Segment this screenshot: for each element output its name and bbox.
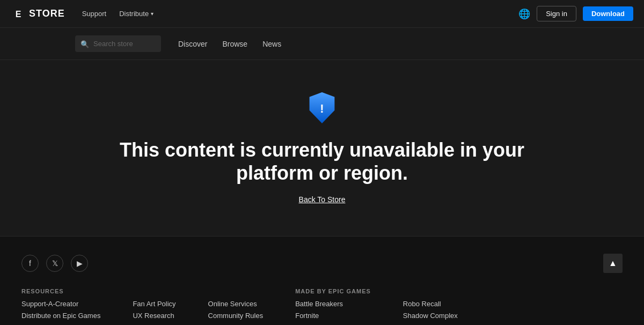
- epic-games-icon: E: [11, 6, 26, 21]
- tab-browse[interactable]: Browse: [222, 38, 247, 50]
- youtube-button[interactable]: ▶: [71, 255, 88, 272]
- footer-links-row: Resources Support-A-Creator Distribute o…: [21, 288, 623, 325]
- search-icon: 🔍: [80, 40, 89, 48]
- footer-link-distribute[interactable]: Distribute on Epic Games: [21, 312, 100, 320]
- nav-tabs: Discover Browse News: [178, 38, 281, 50]
- footer-link-robo-recall[interactable]: Robo Recall: [403, 300, 462, 308]
- made2-heading: [403, 288, 462, 294]
- tab-discover[interactable]: Discover: [178, 38, 207, 50]
- footer-link-battle-breakers[interactable]: Battle Breakers: [295, 300, 371, 308]
- search-wrapper: 🔍: [75, 35, 161, 52]
- svg-text:E: E: [16, 10, 21, 19]
- fan-heading: [133, 288, 175, 294]
- chevron-down-icon: ▾: [151, 11, 153, 17]
- signin-button[interactable]: Sign in: [537, 6, 576, 21]
- download-button[interactable]: Download: [583, 6, 633, 21]
- globe-icon: 🌐: [518, 8, 530, 20]
- twitter-button[interactable]: 𝕏: [46, 255, 63, 272]
- warning-shield: !: [308, 92, 336, 123]
- footer-col-fan: Fan Art Policy UX Research Store EULA: [133, 288, 175, 325]
- footer: f 𝕏 ▶ ▲ Resources Support-A-Creator Dist…: [0, 236, 644, 325]
- main-content: ! This content is currently unavailable …: [0, 60, 644, 236]
- twitter-icon: 𝕏: [52, 259, 58, 268]
- facebook-icon: f: [29, 259, 31, 268]
- language-button[interactable]: 🌐: [518, 8, 530, 20]
- error-title: This content is currently unavailable in…: [107, 138, 537, 184]
- nav-distribute[interactable]: Distribute ▾: [119, 10, 153, 18]
- footer-top: f 𝕏 ▶ ▲: [21, 254, 623, 273]
- store-label: store: [29, 8, 65, 19]
- footer-col-made2: Robo Recall Shadow Complex Unreal Tourna…: [403, 288, 462, 325]
- footer-link-online-services[interactable]: Online Services: [208, 300, 264, 308]
- header: E store Support Distribute ▾ 🌐 Sign in D…: [0, 0, 644, 28]
- header-right: 🌐 Sign in Download: [518, 6, 633, 21]
- epic-logo[interactable]: E store: [11, 6, 65, 21]
- footer-col-online: Online Services Community Rules Epic New…: [208, 288, 264, 325]
- main-nav: Support Distribute ▾: [82, 10, 153, 18]
- footer-col-resources: Resources Support-A-Creator Distribute o…: [21, 288, 100, 325]
- footer-link-support-a-creator[interactable]: Support-A-Creator: [21, 300, 100, 308]
- tab-news[interactable]: News: [262, 38, 281, 50]
- made-heading: Made By Epic Games: [295, 288, 371, 294]
- footer-link-shadow-complex[interactable]: Shadow Complex: [403, 312, 462, 320]
- back-to-store-link[interactable]: Back To Store: [299, 195, 346, 204]
- footer-col-made: Made By Epic Games Battle Breakers Fortn…: [295, 288, 371, 325]
- scroll-top-icon: ▲: [609, 258, 617, 268]
- footer-link-fortnite[interactable]: Fortnite: [295, 312, 371, 320]
- header-left: E store Support Distribute ▾: [11, 6, 153, 21]
- online-heading: [208, 288, 264, 294]
- footer-link-community-rules[interactable]: Community Rules: [208, 312, 264, 320]
- footer-link-fan-art[interactable]: Fan Art Policy: [133, 300, 175, 308]
- footer-link-ux-research[interactable]: UX Research: [133, 312, 175, 320]
- search-bar-area: 🔍 Discover Browse News: [0, 28, 644, 60]
- nav-support[interactable]: Support: [82, 10, 107, 18]
- resources-heading: Resources: [21, 288, 100, 294]
- social-links: f 𝕏 ▶: [21, 255, 88, 272]
- youtube-icon: ▶: [77, 259, 83, 268]
- exclaim-icon: !: [320, 103, 324, 115]
- scroll-top-button[interactable]: ▲: [603, 254, 623, 273]
- facebook-button[interactable]: f: [21, 255, 39, 272]
- warning-shield-wrapper: !: [308, 92, 336, 123]
